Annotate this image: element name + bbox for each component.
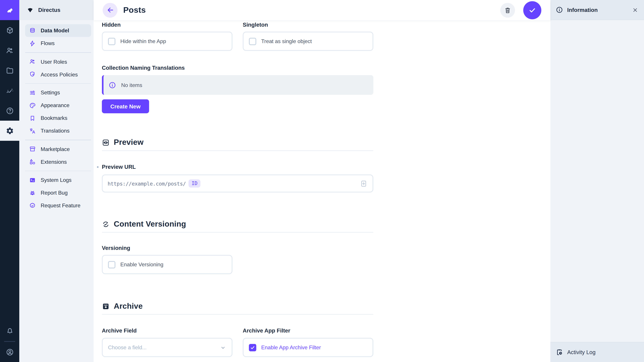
nav-item-report-bug[interactable]: Report Bug <box>25 186 91 199</box>
insights-icon <box>6 86 14 95</box>
nav-divider <box>25 83 91 84</box>
versioning-checkbox-row[interactable]: Enable Versioning <box>102 255 232 274</box>
versioning-sync-icon <box>102 220 110 228</box>
module-bar <box>0 0 19 362</box>
activity-log-button[interactable]: Activity Log <box>550 342 644 362</box>
nav-item-label: User Roles <box>40 58 67 65</box>
module-files[interactable] <box>0 60 19 80</box>
nav-item-label: Request Feature <box>40 202 80 209</box>
preview-eye-icon <box>102 139 110 146</box>
check-icon <box>250 345 255 350</box>
field-singleton: Singleton Treat as single object <box>243 22 373 51</box>
nav-item-appearance[interactable]: Appearance <box>25 99 91 112</box>
delete-collection-button[interactable] <box>500 3 515 17</box>
field-archive-app-filter: Archive App Filter Enable App Archive Fi… <box>243 328 373 357</box>
translations-label: Collection Naming Translations <box>102 65 373 71</box>
notifications-button[interactable] <box>0 321 19 341</box>
nav-list: Data Model Flows User Roles Access Polic… <box>19 20 94 212</box>
bug-icon <box>29 189 36 196</box>
create-new-button[interactable]: Create New <box>102 99 149 113</box>
nav-item-data-model[interactable]: Data Model <box>25 24 91 37</box>
nav-item-marketplace[interactable]: Marketplace <box>25 143 91 155</box>
module-users[interactable] <box>0 40 19 60</box>
close-sidebar-button[interactable] <box>632 7 638 13</box>
checkbox-label: Enable Versioning <box>120 261 164 268</box>
main-header: Posts <box>94 0 550 20</box>
shield-user-icon <box>29 71 36 78</box>
nav-item-flows[interactable]: Flows <box>25 37 91 50</box>
nav-item-translations[interactable]: Translations <box>25 124 91 137</box>
section-divider <box>102 150 373 151</box>
gear-icon <box>6 127 14 135</box>
main-area: Posts Hidden Hide within the App S <box>94 0 550 362</box>
nav-item-access-policies[interactable]: Access Policies <box>25 68 91 81</box>
nav-divider <box>25 52 91 53</box>
page-title: Posts <box>123 5 146 15</box>
singleton-checkbox[interactable] <box>249 37 256 45</box>
info-sidebar-header: Information <box>550 0 644 20</box>
nav-item-label: Appearance <box>40 102 70 108</box>
nav-item-label: Marketplace <box>40 146 70 152</box>
field-label: Archive App Filter <box>243 328 373 334</box>
settings-nav-sidebar: Directus Data Model Flows User Roles Acc… <box>19 0 94 362</box>
nav-item-extensions[interactable]: Extensions <box>25 155 91 168</box>
archive-filter-checkbox[interactable] <box>249 344 256 351</box>
select-placeholder: Choose a field... <box>108 345 146 351</box>
id-field-chip[interactable]: ID <box>189 179 200 188</box>
archive-field-select[interactable]: Choose a field... <box>102 338 232 357</box>
module-insights[interactable] <box>0 80 19 100</box>
terminal-icon <box>29 177 36 183</box>
section-divider <box>102 232 373 233</box>
section-divider <box>102 314 373 315</box>
checkbox-label: Treat as single object <box>261 38 312 44</box>
storefront-icon <box>29 146 36 152</box>
module-help[interactable] <box>0 100 19 121</box>
nav-item-settings[interactable]: Settings <box>25 86 91 99</box>
cube-icon <box>6 26 14 34</box>
save-button[interactable] <box>523 1 541 19</box>
user-roles-icon <box>29 58 36 65</box>
singleton-checkbox-row[interactable]: Treat as single object <box>243 32 373 51</box>
translate-icon <box>29 127 36 134</box>
field-label: Archive Field <box>102 328 232 334</box>
back-button[interactable] <box>103 3 118 17</box>
preview-section-heading: Preview <box>102 138 373 147</box>
help-icon <box>6 107 14 115</box>
bolt-icon <box>29 40 36 46</box>
preview-url-label: Preview URL <box>102 164 136 170</box>
check-icon <box>528 6 536 14</box>
arrow-back-icon <box>106 6 114 14</box>
clipboard-clock-icon <box>556 349 563 356</box>
nav-item-user-roles[interactable]: User Roles <box>25 55 91 68</box>
nav-item-label: System Logs <box>40 177 72 183</box>
archive-filter-checkbox-row[interactable]: Enable App Archive Filter <box>243 338 373 357</box>
add-field-button[interactable] <box>360 179 368 187</box>
account-icon <box>6 348 14 356</box>
nav-item-label: Settings <box>40 89 60 96</box>
field-label: Singleton <box>243 22 373 28</box>
nav-item-request-feature[interactable]: Request Feature <box>25 199 91 212</box>
nav-item-label: Extensions <box>40 159 67 165</box>
preview-url-input[interactable]: https://example.com/posts/ ID <box>102 174 373 193</box>
user-avatar[interactable] <box>0 342 19 362</box>
extensions-shapes-icon <box>29 158 36 165</box>
trash-icon <box>504 6 511 14</box>
hidden-checkbox-row[interactable]: Hide within the App <box>102 32 232 51</box>
nav-item-bookmarks[interactable]: Bookmarks <box>25 112 91 124</box>
project-fan-icon <box>27 6 34 13</box>
preview-url-value: https://example.com/posts/ <box>108 180 186 187</box>
module-content[interactable] <box>0 20 19 40</box>
directus-app: Directus Data Model Flows User Roles Acc… <box>0 0 644 362</box>
module-settings[interactable] <box>0 121 19 141</box>
section-title: Content Versioning <box>114 220 186 229</box>
project-header[interactable]: Directus <box>19 0 94 20</box>
nav-item-label: Flows <box>40 40 54 46</box>
directus-logo[interactable] <box>0 0 19 20</box>
versioning-checkbox[interactable] <box>108 261 116 268</box>
nav-item-system-logs[interactable]: System Logs <box>25 174 91 186</box>
hidden-checkbox[interactable] <box>108 37 116 45</box>
checkbox-label: Hide within the App <box>120 38 166 44</box>
bookmark-icon <box>29 115 36 121</box>
versioning-label: Versioning <box>102 245 373 252</box>
preview-url-label-row: Preview URL <box>102 164 373 170</box>
